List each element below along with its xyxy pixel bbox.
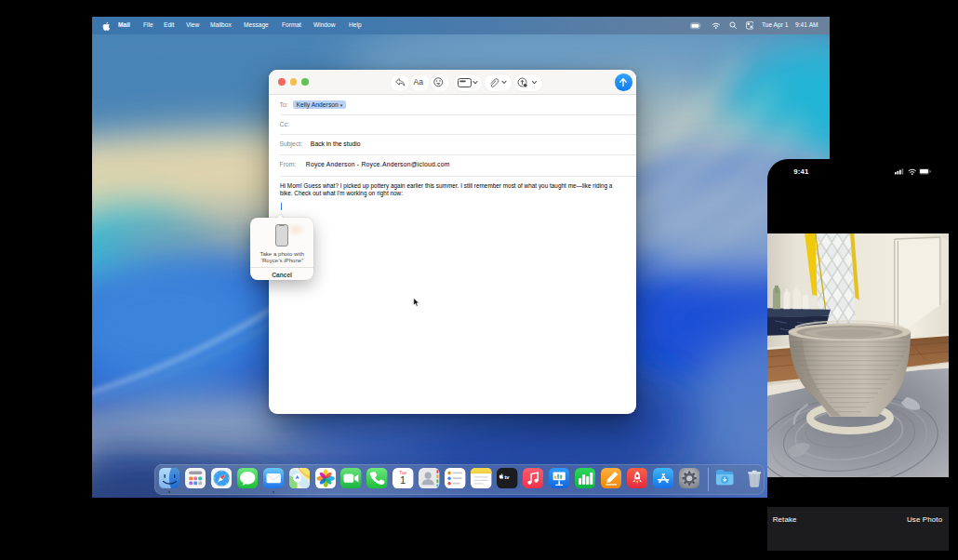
svg-text:1: 1: [400, 474, 406, 486]
svg-text:tv: tv: [505, 474, 511, 480]
